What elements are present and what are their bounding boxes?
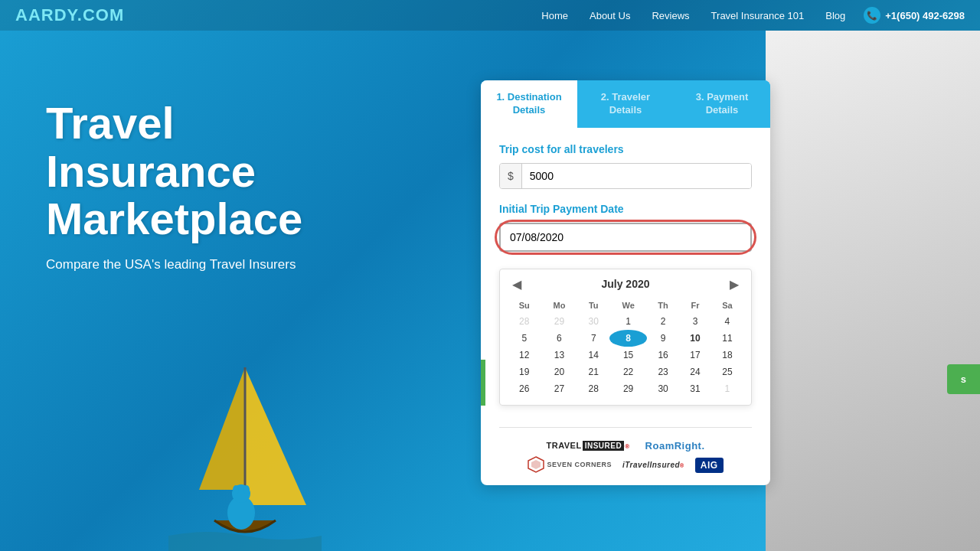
nav-blog[interactable]: Blog (825, 10, 845, 21)
cal-weekday-mo: Mo (541, 298, 577, 313)
calendar-day[interactable]: 14 (577, 347, 609, 364)
calendar: ◀ July 2020 ▶ Su Mo Tu We Th Fr Sa (499, 269, 752, 406)
calendar-day[interactable]: 27 (541, 380, 577, 397)
calendar-day[interactable]: 5 (508, 330, 541, 347)
aig-logo: AIG (695, 458, 724, 473)
calendar-header: ◀ July 2020 ▶ (508, 277, 743, 292)
calendar-day[interactable]: 6 (541, 330, 577, 347)
calendar-day[interactable]: 10 (679, 330, 711, 347)
phone-icon: 📞 (864, 7, 880, 24)
calendar-day[interactable]: 21 (577, 364, 609, 380)
calendar-next-button[interactable]: ▶ (725, 277, 743, 292)
calendar-day[interactable]: 23 (647, 364, 679, 380)
calendar-day[interactable]: 9 (647, 330, 679, 347)
calendar-day[interactable]: 15 (609, 347, 647, 364)
calendar-day[interactable]: 20 (541, 364, 577, 380)
nav-reviews[interactable]: Reviews (652, 10, 689, 21)
partner-row-2: SEVEN CORNERS iTravelInsured® AIG (499, 456, 752, 474)
trip-cost-input-group: $ (499, 163, 752, 189)
cal-weekday-th: Th (647, 298, 679, 313)
travel-insured-logo: TRAVELINSURED® (546, 441, 629, 450)
nav-home[interactable]: Home (541, 10, 568, 21)
roamright-logo: RoamRight. (645, 440, 705, 452)
hero-subtitle: Compare the USA's leading Travel Insurer… (46, 257, 302, 272)
svg-marker-0 (245, 367, 306, 505)
sailing-figure (168, 352, 322, 551)
calendar-day[interactable]: 4 (711, 313, 743, 330)
calendar-day[interactable]: 19 (508, 364, 541, 380)
calendar-day[interactable]: 18 (711, 347, 743, 364)
ship-decoration (766, 31, 980, 551)
green-accent-bar (481, 360, 485, 406)
seven-corners-icon (528, 456, 544, 473)
calendar-day[interactable]: 12 (508, 347, 541, 364)
calendar-day[interactable]: 26 (508, 380, 541, 397)
seven-corners-logo: SEVEN CORNERS (528, 456, 612, 474)
calendar-day[interactable]: 17 (679, 347, 711, 364)
tab-payment[interactable]: 3. PaymentDetails (674, 80, 770, 128)
logo-com: .COM (77, 5, 124, 24)
calendar-prev-button[interactable]: ◀ (508, 277, 526, 292)
calendar-day[interactable]: 30 (647, 380, 679, 397)
svg-marker-1 (199, 367, 245, 490)
cal-weekday-tu: Tu (577, 298, 609, 313)
tabs-bar: 1. DestinationDetails 2. TravelerDetails… (481, 80, 770, 128)
nav-insurance-101[interactable]: Travel Insurance 101 (711, 10, 805, 21)
tab-destination[interactable]: 1. DestinationDetails (481, 80, 577, 128)
nav-about[interactable]: About Us (590, 10, 630, 21)
partner-logos: TRAVELINSURED® RoamRight. SEVEN CORNERS … (481, 418, 770, 485)
svg-point-6 (243, 485, 250, 494)
calendar-day[interactable]: 1 (711, 380, 743, 397)
get-quotes-button[interactable]: s (947, 364, 980, 394)
calendar-day[interactable]: 3 (679, 313, 711, 330)
trip-cost-label: Trip cost for all travelers (499, 143, 752, 155)
cal-weekday-we: We (609, 298, 647, 313)
form-card: 1. DestinationDetails 2. TravelerDetails… (481, 80, 770, 485)
calendar-day[interactable]: 11 (711, 330, 743, 347)
calendar-day[interactable]: 30 (577, 313, 609, 330)
tab-traveler[interactable]: 2. TravelerDetails (577, 80, 674, 128)
itravelinsured-logo: iTravelInsured® (622, 461, 684, 469)
calendar-day[interactable]: 29 (541, 313, 577, 330)
calendar-day[interactable]: 2 (647, 313, 679, 330)
dollar-prefix: $ (500, 164, 522, 188)
calendar-day[interactable]: 28 (508, 313, 541, 330)
cal-weekday-fr: Fr (679, 298, 711, 313)
calendar-day[interactable]: 31 (679, 380, 711, 397)
hero-title: Travel Insurance Marketplace (46, 99, 302, 243)
calendar-grid: Su Mo Tu We Th Fr Sa 2829301234567891011… (508, 298, 743, 397)
payment-date-label: Initial Trip Payment Date (499, 203, 752, 215)
calendar-day[interactable]: 16 (647, 347, 679, 364)
trip-cost-input[interactable] (522, 164, 751, 188)
calendar-day[interactable]: 25 (711, 364, 743, 380)
date-input-wrapper (499, 223, 752, 252)
calendar-day[interactable]: 7 (577, 330, 609, 347)
logo-aardy: AARDY (15, 5, 77, 24)
payment-date-input[interactable] (499, 223, 752, 252)
nav-links: Home About Us Reviews Travel Insurance 1… (541, 10, 845, 21)
form-body: Trip cost for all travelers $ Initial Tr… (481, 128, 770, 418)
calendar-month-label: July 2020 (526, 278, 725, 290)
cal-weekday-su: Su (508, 298, 541, 313)
svg-marker-8 (531, 460, 541, 469)
calendar-day[interactable]: 24 (679, 364, 711, 380)
calendar-day[interactable]: 8 (609, 330, 647, 347)
hero-section: Travel Insurance Marketplace Compare the… (46, 99, 302, 272)
partner-row-1: TRAVELINSURED® RoamRight. (499, 440, 752, 452)
calendar-day[interactable]: 22 (609, 364, 647, 380)
phone-number[interactable]: 📞 +1(650) 492-6298 (864, 7, 965, 24)
calendar-day[interactable]: 28 (577, 380, 609, 397)
navbar: AARDY.COM Home About Us Reviews Travel I… (0, 0, 980, 31)
svg-point-5 (233, 485, 239, 494)
calendar-day[interactable]: 29 (609, 380, 647, 397)
logo[interactable]: AARDY.COM (15, 5, 124, 25)
cal-weekday-sa: Sa (711, 298, 743, 313)
calendar-day[interactable]: 1 (609, 313, 647, 330)
calendar-day[interactable]: 13 (541, 347, 577, 364)
